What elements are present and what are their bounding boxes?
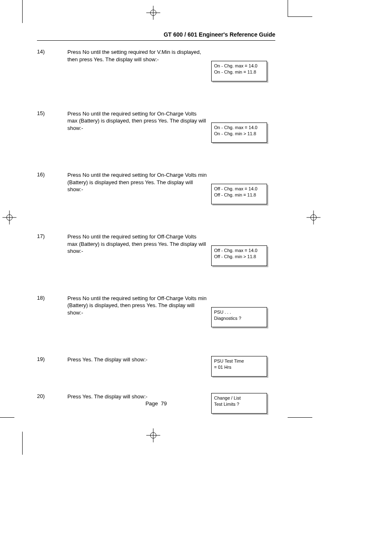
lcd-line-2: Off - Chg. min = 11.8 [214, 192, 264, 198]
lcd-line-1: On - Chg. max = 14.0 [214, 125, 264, 131]
step-19: 19) Press Yes. The display will show:- P… [37, 356, 275, 377]
lcd-line-2: Diagnostics ? [214, 315, 264, 321]
step-display: PSU . . . Diagnostics ? [211, 295, 273, 328]
lcd-display: PSU Test Time = 01 Hrs [211, 356, 267, 377]
step-16: 16) Press No until the required setting … [37, 171, 275, 204]
step-number: 17) [37, 233, 67, 266]
step-text: Press No until the required setting for … [67, 110, 211, 143]
lcd-line-1: Off - Chg. max = 14.0 [214, 247, 264, 254]
step-display: Off - Chg. max = 14.0 Off - Chg. min = 1… [211, 171, 273, 204]
step-display: On - Chg. max = 14.0 On - Chg. min > 11.… [211, 110, 273, 143]
crop-mark [22, 432, 23, 455]
step-number: 19) [37, 356, 67, 377]
step-text: Press No until the setting required for … [67, 49, 211, 81]
lcd-display: On - Chg. max = 14.0 On - Chg. min = 11.… [211, 61, 267, 81]
page: GT 600 / 601 Engineer's Reference Guide … [0, 0, 392, 555]
lcd-line-2: On - Chg. min > 11.8 [214, 131, 264, 137]
lcd-line-1: Off - Chg. max = 14.0 [214, 186, 264, 192]
crop-mark [22, 0, 23, 23]
step-text: Press No until the required setting for … [67, 171, 211, 204]
step-text: Press No until the required setting for … [67, 295, 211, 328]
lcd-line-1: PSU . . . [214, 309, 264, 315]
step-display: PSU Test Time = 01 Hrs [211, 356, 273, 377]
step-number: 14) [37, 49, 67, 81]
step-17: 17) Press No until the required setting … [37, 233, 275, 266]
crop-mark [288, 417, 312, 418]
step-14: 14) Press No until the setting required … [37, 49, 275, 81]
registration-mark-icon [146, 428, 160, 442]
registration-mark-icon [146, 6, 160, 20]
lcd-display: Off - Chg. max = 14.0 Off - Chg. min > 1… [211, 245, 267, 266]
registration-mark-icon [307, 210, 321, 224]
crop-mark [0, 417, 14, 418]
step-display: On - Chg. max = 14.0 On - Chg. min = 11.… [211, 49, 273, 81]
lcd-display: PSU . . . Diagnostics ? [211, 307, 267, 328]
step-18: 18) Press No until the required setting … [37, 295, 275, 328]
page-footer: Page 79 [37, 400, 275, 407]
page-number: 79 [161, 400, 167, 407]
step-number: 18) [37, 295, 67, 328]
step-number: 16) [37, 171, 67, 204]
crop-mark [288, 0, 288, 16]
page-label: Page [145, 400, 158, 407]
step-display: Off - Chg. max = 14.0 Off - Chg. min > 1… [211, 233, 273, 266]
page-header-title: GT 600 / 601 Engineer's Reference Guide [37, 31, 275, 38]
lcd-line-2: = 01 Hrs [214, 364, 264, 370]
lcd-display: On - Chg. max = 14.0 On - Chg. min > 11.… [211, 123, 267, 143]
content-area: 14) Press No until the setting required … [37, 49, 275, 430]
lcd-display: Off - Chg. max = 14.0 Off - Chg. min = 1… [211, 184, 267, 204]
step-number: 15) [37, 110, 67, 143]
step-text: Press No until the required setting for … [67, 233, 211, 266]
lcd-line-2: Off - Chg. min > 11.8 [214, 254, 264, 260]
registration-mark-icon [2, 210, 16, 224]
step-15: 15) Press No until the required setting … [37, 110, 275, 143]
lcd-line-1: On - Chg. max = 14.0 [214, 63, 264, 69]
lcd-line-1: PSU Test Time [214, 358, 264, 364]
lcd-line-2: On - Chg. min = 11.8 [214, 69, 264, 75]
header-rule [37, 40, 275, 41]
crop-mark [288, 16, 312, 17]
step-text: Press Yes. The display will show:- [67, 356, 211, 377]
